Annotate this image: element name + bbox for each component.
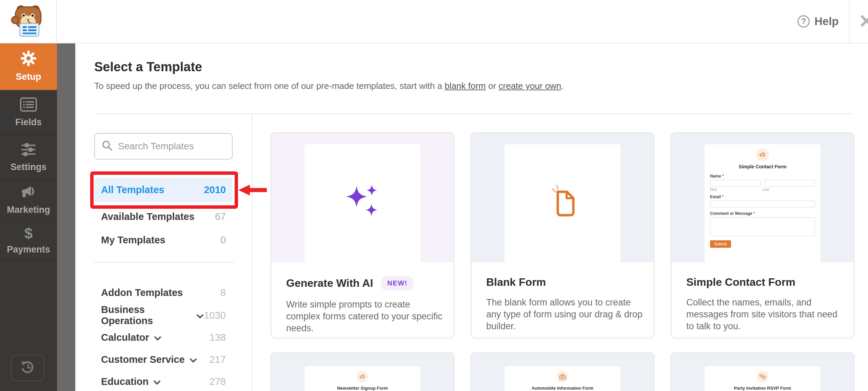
sidebar-item-payments[interactable]: $ Payments xyxy=(0,221,57,261)
card-title: Newsletter Signup Form xyxy=(337,386,388,391)
wpforms-bear-icon xyxy=(11,4,46,38)
intro-text: To speed up the process, you can select … xyxy=(94,81,445,91)
annotation-red-arrow-icon xyxy=(238,184,268,198)
sidebar-rail xyxy=(57,43,75,391)
category-business-operations[interactable]: Business Operations 1030 xyxy=(94,308,233,323)
required-asterisk: * xyxy=(722,174,724,179)
megaphone-icon xyxy=(357,371,368,383)
category-label: Addon Templates xyxy=(101,287,183,298)
category-count: 1030 xyxy=(204,310,226,321)
ai-sparkles-icon xyxy=(343,182,381,220)
sidebar-item-settings[interactable]: Settings xyxy=(0,136,57,180)
submit-button: Submit xyxy=(710,240,731,248)
card-title: Simple Contact Form xyxy=(686,276,795,288)
page-intro: To speed up the process, you can select … xyxy=(94,81,564,91)
sidebar-item-label: Settings xyxy=(11,162,47,172)
last-sublabel: Last xyxy=(763,188,815,191)
card-description: The blank form allows you to create any … xyxy=(486,297,646,332)
card-preview-panel xyxy=(304,144,420,262)
filter-label: My Templates xyxy=(101,235,165,246)
template-card-automobile-information-form[interactable]: Automobile Information Form xyxy=(471,352,654,391)
category-education[interactable]: Education 278 xyxy=(94,374,233,389)
template-card-blank-form[interactable]: Blank Form The blank form allows you to … xyxy=(471,132,654,338)
card-title: Generate With AI xyxy=(286,277,373,290)
filter-count: 0 xyxy=(220,235,226,246)
sidebar-item-fields[interactable]: Fields xyxy=(0,90,57,136)
template-card-simple-contact-form[interactable]: Simple Contact Form Name * First Last Em… xyxy=(671,132,854,338)
name-label: Name xyxy=(710,174,721,179)
briefcase-icon xyxy=(557,371,568,383)
wpforms-logo[interactable] xyxy=(0,0,57,43)
megaphone-icon xyxy=(20,186,37,201)
new-badge: NEW! xyxy=(381,276,413,291)
category-label: Customer Service xyxy=(101,354,185,365)
filter-panel-divider xyxy=(252,113,253,391)
card-preview xyxy=(471,133,654,262)
card-preview-panel: Simple Contact Form Name * First Last Em… xyxy=(705,144,821,262)
message-textarea xyxy=(710,217,815,236)
intro-or: or xyxy=(486,81,499,91)
filter-count: 67 xyxy=(215,211,226,222)
first-sublabel: First xyxy=(710,188,763,191)
intro-period: . xyxy=(561,81,564,91)
card-title: Automobile Information Form xyxy=(532,386,594,391)
category-count: 8 xyxy=(220,287,226,298)
card-preview xyxy=(271,133,454,262)
filter-all-templates[interactable]: All Templates 2010 xyxy=(94,178,233,202)
category-label: Business Operations xyxy=(101,304,192,327)
help-label: Help xyxy=(814,15,839,28)
category-count: 138 xyxy=(210,332,226,343)
sidebar-item-label: Fields xyxy=(15,117,42,128)
category-count: 217 xyxy=(210,354,226,365)
email-label: Email xyxy=(710,194,721,199)
topbar-divider xyxy=(849,0,850,43)
top-bar: ? Help ✕ xyxy=(0,0,868,43)
revisions-history-button[interactable] xyxy=(11,355,44,381)
help-button[interactable]: ? Help xyxy=(797,0,839,43)
chevron-down-icon xyxy=(190,354,197,365)
card-preview: Automobile Information Form xyxy=(471,353,654,391)
sidebar-item-setup[interactable]: Setup xyxy=(0,43,57,90)
gear-icon xyxy=(21,51,36,68)
required-asterisk: * xyxy=(722,194,724,199)
sidebar-item-label: Marketing xyxy=(7,205,50,215)
template-card-newsletter-signup-form[interactable]: Newsletter Signup Form xyxy=(271,352,454,391)
header-divider xyxy=(94,113,853,114)
template-card-generate-with-ai[interactable]: Generate With AI NEW! Write simple promp… xyxy=(271,132,454,338)
blank-document-icon xyxy=(546,183,579,219)
template-selection-panel: Select a Template To speed up the proces… xyxy=(75,43,868,391)
filter-available-templates[interactable]: Available Templates 67 xyxy=(94,209,233,224)
history-undo-icon xyxy=(20,360,35,375)
preview-form-title: Simple Contact Form xyxy=(710,164,815,169)
filter-list-divider xyxy=(94,262,234,263)
filter-my-templates[interactable]: My Templates 0 xyxy=(94,232,233,248)
sidebar-item-marketing[interactable]: Marketing xyxy=(0,180,57,221)
category-addon-templates[interactable]: Addon Templates 8 xyxy=(94,285,233,300)
contact-form-preview: Simple Contact Form Name * First Last Em… xyxy=(705,144,821,248)
last-name-input xyxy=(764,180,815,187)
category-customer-service[interactable]: Customer Service 217 xyxy=(94,352,233,367)
builder-sidebar: Setup Fields Settings xyxy=(0,43,57,391)
sliders-icon xyxy=(21,143,36,158)
filter-label: All Templates xyxy=(101,184,164,196)
card-title: Party Invitation RSVP Form xyxy=(734,386,791,391)
filter-label: Available Templates xyxy=(101,211,195,222)
email-input xyxy=(710,201,815,207)
blank-form-link[interactable]: blank form xyxy=(445,81,486,91)
message-label: Comment or Message xyxy=(710,211,752,216)
close-icon[interactable]: ✕ xyxy=(859,10,868,32)
template-card-party-invitation-rsvp-form[interactable]: Party Invitation RSVP Form xyxy=(671,352,854,391)
search-templates-input[interactable] xyxy=(118,141,240,152)
category-label: Education xyxy=(101,376,149,387)
help-question-icon: ? xyxy=(797,15,810,27)
sidebar-item-label: Setup xyxy=(16,72,41,82)
chevron-down-icon xyxy=(153,376,161,387)
card-preview-panel: Party Invitation RSVP Form xyxy=(705,366,821,391)
card-description: Collect the names, emails, and messages … xyxy=(686,297,846,332)
create-your-own-link[interactable]: create your own xyxy=(498,81,561,91)
chevron-down-icon xyxy=(196,310,204,321)
party-masks-icon xyxy=(757,371,768,383)
card-title: Blank Form xyxy=(486,276,546,288)
category-calculator[interactable]: Calculator 138 xyxy=(94,330,233,345)
search-templates-box xyxy=(94,133,233,160)
